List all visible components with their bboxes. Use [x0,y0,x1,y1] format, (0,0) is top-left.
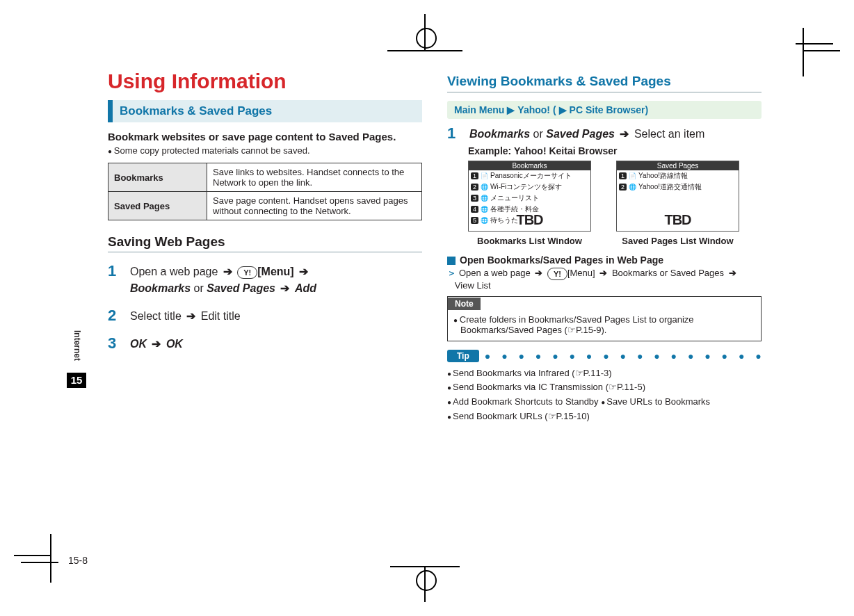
step-text: Select title [130,310,184,322]
tip-item: Send Bookmark URLs (☞P.15-10) [447,411,590,421]
menu-path: Main Menu▶Yahoo! (▶PC Site Browser) [447,101,762,119]
step-text: or [191,282,207,294]
list-item: Wi-Fiコンテンツを探す [490,182,562,192]
tip-item: Add Bookmark Shortcuts to Standby [447,396,601,407]
arrow-icon: ➔ [150,338,163,350]
step-text: Bookmarks [469,128,530,140]
step: 1 Open a web page ➔ Y![Menu] ➔ Bookmarks… [108,264,422,297]
arrow-icon: ➔ [618,128,631,140]
chapter-number: 15 [67,373,86,388]
arrow-icon: ➔ [533,268,545,278]
screenshot-block: Saved Pages 1📄Yahoo!路線情報 2🌐Yahoo!道路交通情報 … [616,161,739,246]
step-number: 1 [447,126,460,143]
side-tab-label: Internet [72,324,82,367]
screenshot-titlebar: Bookmarks [469,161,590,170]
arrow-icon: ➔ [297,266,310,277]
intro-bullet: Some copy protected materials cannot be … [108,145,422,156]
list-item: Yahoo!道路交通情報 [638,182,702,192]
tbd-label: TBD [469,212,590,228]
arrow-icon: ➔ [221,266,234,277]
tip-label: Tip [447,350,479,362]
step-text: [Menu] [257,266,293,277]
step-text: Saved Pages [546,128,615,140]
right-column: Viewing Bookmarks & Saved Pages Main Men… [447,70,762,424]
crop-mark [796,43,833,44]
arrow-icon: ➔ [184,310,198,322]
step: 2 Select title ➔ Edit title [108,308,422,325]
table-row: Saved Pages Save page content. Handset o… [108,192,422,220]
triangle-icon: ▶ [504,104,517,115]
step-text: Saved Pages [207,282,275,294]
intro-text: Bookmark websites or save page content t… [108,131,422,143]
table-head: Saved Pages [108,192,207,220]
tip-list: Send Bookmarks via Infrared (☞P.11-3) Se… [447,366,762,424]
left-column: Using Information Bookmarks & Saved Page… [108,70,422,424]
crop-mark [50,534,51,583]
arrow-icon: ➔ [597,268,609,278]
square-icon [447,257,456,265]
note-body: Create folders in Bookmarks/Saved Pages … [448,310,761,341]
heading-text: Open Bookmarks/Saved Pages in Web Page [460,254,663,266]
step-text: Edit title [198,310,240,322]
step-number: 1 [108,264,120,297]
definitions-table: Bookmarks Save links to websites. Handse… [108,163,422,220]
instruction-line: ＞Open a web page ➔ Y![Menu] ➔ Bookmarks … [447,267,762,291]
tip-item: Save URLs to Bookmarks [601,396,710,407]
step-text: Select an item [631,128,704,140]
step-text: Add [295,282,316,294]
step-text: View List [455,280,491,291]
tbd-label: TBD [617,212,739,228]
inline-heading: Open Bookmarks/Saved Pages in Web Page [447,254,762,266]
side-tab: Internet 15 [67,324,88,388]
step-text: Bookmarks [130,282,191,294]
menu-path-item: PC Site Browser) [570,104,649,115]
list-item: Yahoo!路線情報 [638,171,688,181]
step-text: Open a web page [459,268,533,278]
step-text: OK [130,338,147,350]
page-number: 15-8 [68,555,88,566]
step-text: Bookmarks [612,268,657,278]
crop-mark [803,50,840,51]
list-item: Panasonicメーカーサイト [490,171,572,181]
arrow-icon: ➔ [278,282,291,294]
screenshot-caption: Saved Pages List Window [616,236,739,246]
step-text: Saved Pages [670,268,724,278]
step-body: Bookmarks or Saved Pages ➔ Select an ite… [469,126,762,143]
crop-mark [14,555,51,556]
dots-decoration: ● ● ● ● ● ● ● ● ● ● ● ● ● ● ● ● ● ● ● ● … [485,350,762,362]
section-heading: Bookmarks & Saved Pages [108,100,422,122]
tip-item: Send Bookmarks via Infrared (☞P.11-3) [447,368,612,378]
gt-icon: ＞ [447,268,459,278]
list-item: メニューリスト [490,193,539,203]
step: 3 OK ➔ OK [108,336,422,352]
note-box: Note Create folders in Bookmarks/Saved P… [447,296,762,341]
table-head: Bookmarks [108,163,207,192]
screenshot-bookmarks: Bookmarks 1📄Panasonicメーカーサイト 2🌐Wi-Fiコンテン… [468,161,591,232]
step-body: Select title ➔ Edit title [130,308,422,325]
crop-mark [803,28,804,76]
step-number: 2 [108,308,120,325]
menu-path-item: Yahoo! ( [517,104,556,115]
screenshot-block: Bookmarks 1📄Panasonicメーカーサイト 2🌐Wi-Fiコンテン… [468,161,591,246]
table-cell: Save page content. Handset opens saved p… [207,192,422,220]
screenshots-row: Bookmarks 1📄Panasonicメーカーサイト 2🌐Wi-Fiコンテン… [468,161,762,246]
arrow-icon: ➔ [727,268,739,278]
step-text: or [657,268,670,278]
step-text: OK [166,338,183,350]
screenshot-saved-pages: Saved Pages 1📄Yahoo!路線情報 2🌐Yahoo!道路交通情報 … [616,161,739,232]
crop-mark [416,570,437,591]
page-content: Using Information Bookmarks & Saved Page… [108,70,762,424]
softkey-icon: Y! [237,266,257,279]
note-label: Note [448,298,481,310]
step-number: 3 [108,336,120,352]
subsection-heading: Viewing Bookmarks & Saved Pages [447,74,762,92]
page-title: Using Information [108,70,422,93]
crop-mark [21,562,58,563]
crop-mark [387,50,462,51]
table-cell: Save links to websites. Handset connects… [207,163,422,192]
subsection-heading: Saving Web Pages [108,234,422,252]
crop-mark [390,566,460,567]
step-body: Open a web page ➔ Y![Menu] ➔ Bookmarks o… [130,264,422,297]
step-text: Open a web page [130,266,221,277]
step-text: [Menu] [567,268,595,278]
